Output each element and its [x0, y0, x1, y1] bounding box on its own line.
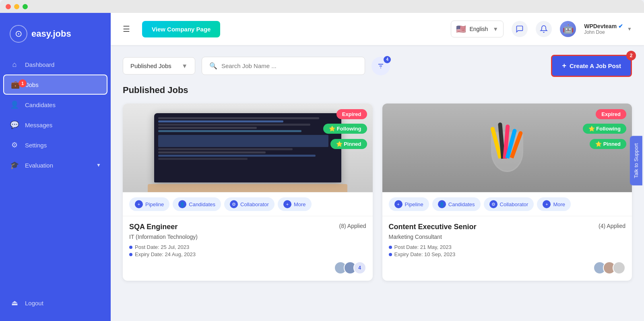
content-footer: [389, 261, 626, 274]
sidebar-nav: ⌂ Dashboard 💼 Jobs 1 👤 Candidates 💬 Mess…: [0, 55, 111, 293]
content-candidates-label: Candidates: [448, 201, 475, 207]
content-candidates-person-icon: 👤: [438, 200, 446, 208]
content-pipeline-plus-icon: +: [394, 200, 402, 208]
filter-button[interactable]: 4: [372, 57, 390, 75]
bell-icon: [540, 25, 548, 33]
main-content: ☰ View Company Page 🇺🇸 English ▼: [111, 13, 644, 321]
logout-button[interactable]: ⏏ Logout: [0, 293, 111, 313]
view-company-button[interactable]: View Company Page: [142, 21, 220, 37]
content-more-label: More: [553, 201, 565, 207]
sqa-footer: 4: [129, 261, 366, 274]
content-collaborator-gear-icon: ⚙: [489, 200, 497, 208]
user-info[interactable]: WPDevteam ✔ John Doe ▼: [584, 23, 632, 35]
sidebar-item-jobs[interactable]: 💼 Jobs 1: [3, 75, 107, 95]
create-job-badge: 2: [626, 51, 636, 60]
sidebar-logout: ⏏ Logout: [0, 293, 111, 313]
sqa-pipeline-label: Pipeline: [145, 201, 164, 207]
sqa-job-title: SQA Engineer: [129, 223, 178, 231]
filter-dropdown[interactable]: Published Jobs ▼: [123, 57, 195, 75]
sqa-following-badge[interactable]: ⭐ Following: [323, 124, 367, 134]
sidebar-label-dashboard: Dashboard: [25, 61, 54, 68]
content-expired-badge: Expired: [596, 109, 626, 119]
logout-icon: ⏏: [10, 298, 19, 307]
window-minimize-dot[interactable]: [14, 4, 19, 9]
notifications-button[interactable]: [536, 21, 552, 37]
content-area: Published Jobs ▼ 🔍 4: [111, 45, 644, 321]
jobs-grid: Expired ⭐ Following ⭐ Pinned + Pipeline …: [123, 104, 632, 281]
verified-icon: ✔: [618, 23, 623, 29]
content-candidates-button[interactable]: 👤 Candidates: [432, 197, 481, 211]
settings-icon: ⚙: [10, 141, 19, 149]
search-box: 🔍: [202, 57, 365, 75]
user-name: WPDevteam ✔: [584, 23, 623, 29]
sidebar-label-settings: Settings: [25, 142, 47, 149]
content-actions: + Pipeline 👤 Candidates ⚙ Collaborator: [382, 192, 632, 216]
filter-dropdown-label: Published Jobs: [130, 62, 171, 69]
content-pinned-badge[interactable]: ⭐ Pinned: [590, 139, 626, 149]
user-dropdown-chevron-icon: ▼: [627, 26, 632, 32]
content-body: Content Executive Senior (4) Applied Mar…: [382, 216, 632, 281]
sqa-pinned-badge[interactable]: ⭐ Pinned: [330, 139, 367, 149]
job-card-image-sqa: Expired ⭐ Following ⭐ Pinned: [123, 104, 373, 192]
sqa-expiry-date: Expiry Date: 24 Aug, 2023: [129, 251, 366, 257]
sqa-candidates-label: Candidates: [189, 201, 215, 207]
talk-to-support-button[interactable]: Talk to Support: [630, 136, 642, 185]
filter-dropdown-chevron-icon: ▼: [182, 62, 188, 69]
sqa-collaborator-button[interactable]: ⚙ Collaborator: [224, 197, 275, 211]
collaborator-gear-icon: ⚙: [230, 200, 238, 208]
sidebar-item-settings[interactable]: ⚙ Settings: [0, 135, 111, 155]
sqa-collaborator-label: Collaborator: [240, 201, 269, 207]
menu-icon[interactable]: ☰: [123, 24, 130, 34]
candidates-person-icon: 👤: [178, 200, 186, 208]
sqa-pipeline-button[interactable]: + Pipeline: [129, 197, 169, 211]
window-chrome: [0, 0, 644, 13]
content-pipeline-button[interactable]: + Pipeline: [389, 197, 429, 211]
sidebar-item-dashboard[interactable]: ⌂ Dashboard: [0, 55, 111, 75]
filter-bar: Published Jobs ▼ 🔍 4: [123, 55, 632, 77]
content-following-badge[interactable]: ⭐ Following: [583, 124, 626, 134]
sidebar-item-candidates[interactable]: 👤 Candidates: [0, 95, 111, 115]
language-selector[interactable]: 🇺🇸 English ▼: [451, 21, 504, 37]
sqa-actions: + Pipeline 👤 Candidates ⚙ Collaborator: [123, 192, 373, 216]
content-more-button[interactable]: + More: [537, 197, 571, 211]
job-card-content-executive: Expired ⭐ Following ⭐ Pinned + Pipeline …: [382, 104, 632, 281]
sqa-more-button[interactable]: + More: [278, 197, 312, 211]
sidebar-logo: ⊙ easy.jobs: [0, 21, 111, 55]
sidebar: ⊙ easy.jobs ⌂ Dashboard 💼 Jobs 1 👤 Candi…: [0, 13, 111, 321]
messages-icon: 💬: [10, 120, 19, 129]
content-expiry-date: Expiry Date: 10 Sep, 2023: [389, 251, 626, 257]
create-job-plus-icon: +: [562, 62, 566, 70]
sidebar-label-messages: Messages: [25, 122, 52, 128]
app-container: ⊙ easy.jobs ⌂ Dashboard 💼 Jobs 1 👤 Candi…: [0, 13, 644, 321]
sidebar-item-messages[interactable]: 💬 Messages: [0, 115, 111, 135]
sqa-body: SQA Engineer (8) Applied IT (Information…: [123, 216, 373, 281]
filter-count-badge: 4: [384, 56, 391, 63]
content-pipeline-label: Pipeline: [405, 201, 423, 207]
content-title-row: Content Executive Senior (4) Applied: [389, 223, 626, 231]
home-icon: ⌂: [10, 60, 19, 69]
sqa-candidates-button[interactable]: 👤 Candidates: [173, 197, 221, 211]
pipeline-plus-icon: +: [135, 200, 143, 208]
logo-icon: ⊙: [10, 25, 27, 43]
candidates-icon: 👤: [10, 100, 19, 109]
evaluation-chevron-icon: ▼: [96, 162, 101, 168]
user-text-block: WPDevteam ✔ John Doe: [584, 23, 623, 35]
sqa-expired-badge: Expired: [336, 109, 367, 119]
section-title: Published Jobs: [123, 85, 632, 95]
sidebar-item-evaluation[interactable]: 🎓 Evaluation ▼: [0, 155, 111, 175]
chat-button[interactable]: [512, 21, 528, 37]
user-role: John Doe: [584, 29, 623, 35]
window-maximize-dot[interactable]: [23, 4, 28, 9]
content-collaborator-button[interactable]: ⚙ Collaborator: [484, 197, 534, 211]
lang-flag-icon: 🇺🇸: [456, 24, 466, 34]
logout-label: Logout: [25, 300, 43, 307]
sqa-applied-count: (8) Applied: [339, 223, 366, 229]
content-avatar-stack: [593, 261, 625, 274]
sqa-avatar-stack: 4: [334, 261, 366, 274]
window-close-dot[interactable]: [6, 4, 11, 9]
search-input[interactable]: [221, 62, 357, 69]
content-more-plus-icon: +: [543, 200, 551, 208]
jobs-badge: 1: [19, 79, 27, 87]
lang-chevron-icon: ▼: [493, 26, 498, 32]
create-job-button[interactable]: + Create A Job Post: [551, 55, 632, 77]
